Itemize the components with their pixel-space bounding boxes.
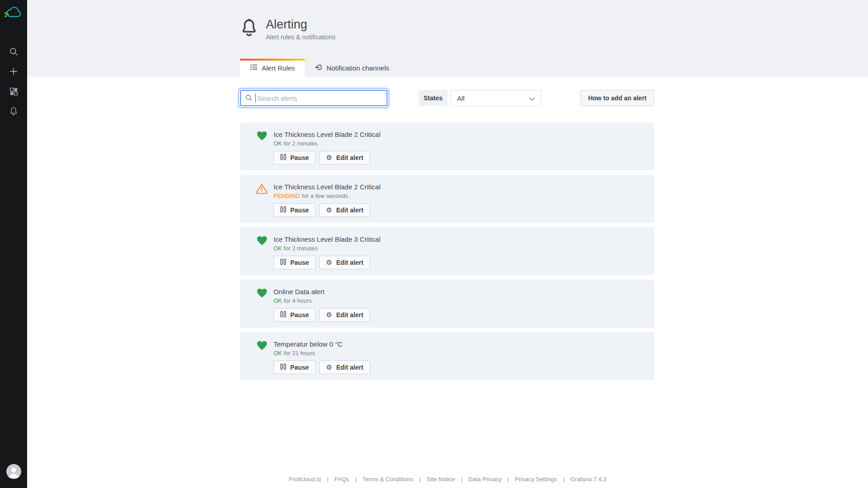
edit-alert-button[interactable]: ⚙ Edit alert (319, 256, 370, 269)
alert-state-duration: for 2 minutes (283, 245, 317, 252)
create-menu-button[interactable] (0, 61, 27, 81)
page-title: Alerting (266, 17, 335, 32)
alert-rule-name[interactable]: Temperatur below 0 °C (274, 340, 343, 348)
pause-icon (280, 206, 286, 214)
edit-alert-button[interactable]: ⚙ Edit alert (319, 151, 370, 164)
alert-state-icon (256, 130, 268, 147)
alert-state-icon (256, 235, 268, 252)
alert-status: OK for 2 minutes (274, 140, 381, 147)
footer-separator: | (508, 476, 509, 483)
alert-state-label: OK (274, 140, 282, 147)
states-dropdown-value: All (457, 94, 465, 102)
sidebar (0, 0, 27, 488)
chevron-down-icon (529, 94, 535, 102)
search-input[interactable] (240, 90, 387, 106)
user-avatar[interactable] (6, 464, 21, 479)
text-cursor (255, 94, 256, 103)
alert-state-label: OK (274, 350, 282, 357)
alert-rule-name[interactable]: Ice Thickness Level Blade 2 Critical (274, 183, 381, 191)
user-menu (0, 464, 27, 479)
alert-rule-name[interactable]: Ice Thickness Level Blade 3 Critical (274, 235, 381, 244)
alert-actions: Pause ⚙ Edit alert (274, 256, 654, 269)
states-filter: States All (419, 90, 541, 106)
pause-icon (280, 154, 286, 162)
alert-state-label: PENDING (274, 192, 300, 199)
content-area: States All How to add an alert (27, 77, 868, 488)
tab-label: Alert Rules (262, 64, 295, 72)
gear-icon: ⚙ (326, 312, 332, 319)
footer-link[interactable]: Privacy Settings (515, 476, 557, 483)
footer-separator: | (461, 476, 462, 483)
alert-state-duration: for 21 hours (283, 350, 315, 357)
sidebar-menu (0, 42, 27, 121)
dashboards-grid-icon (9, 87, 19, 96)
alert-actions: Pause ⚙ Edit alert (274, 151, 654, 164)
toolbar: States All How to add an alert (240, 90, 654, 106)
gear-icon: ⚙ (326, 259, 332, 266)
alert-state-label: OK (274, 245, 282, 252)
footer-separator: | (327, 476, 328, 483)
alert-state-duration: for 2 minutes (283, 140, 317, 147)
main-area: Alerting Alert rules & notifications (27, 0, 868, 488)
pause-button[interactable]: Pause (274, 151, 316, 164)
footer-link[interactable]: Terms & Conditions (363, 476, 414, 483)
dashboards-menu-button[interactable] (0, 81, 27, 101)
pause-button[interactable]: Pause (274, 308, 316, 322)
alert-rule-card: Ice Thickness Level Blade 3 Critical OK … (240, 227, 654, 275)
bell-icon (240, 17, 258, 40)
proficloud-logo[interactable] (0, 0, 27, 26)
footer-link[interactable]: Data Privacy (468, 476, 502, 483)
alert-state-label: OK (274, 297, 282, 304)
tab-label: Notification channels (326, 64, 389, 72)
alert-rule-card: Online Data alert OK for 4 hours Pause ⚙ (240, 280, 654, 328)
cloud-logo-icon (4, 6, 23, 21)
heart-ok-icon (256, 235, 268, 246)
alert-actions: Pause ⚙ Edit alert (274, 203, 654, 217)
footer-separator: | (563, 476, 564, 483)
pause-button[interactable]: Pause (274, 256, 316, 269)
grafana-version: Grafana 7.4.3 (571, 476, 607, 483)
alert-rule-card: Ice Thickness Level Blade 2 Critical PEN… (240, 175, 654, 223)
heart-ok-icon (256, 131, 268, 141)
how-to-add-alert-button[interactable]: How to add an alert (580, 90, 654, 106)
states-dropdown[interactable]: All (451, 90, 541, 106)
pause-button[interactable]: Pause (274, 361, 316, 374)
alert-actions: Pause ⚙ Edit alert (274, 308, 654, 322)
alert-rule-name[interactable]: Ice Thickness Level Blade 2 Critical (274, 130, 381, 139)
search-icon (9, 47, 19, 56)
alerting-menu-button[interactable] (0, 101, 27, 121)
alert-rule-card: Ice Thickness Level Blade 2 Critical OK … (240, 122, 654, 170)
active-tab-accent (240, 59, 305, 61)
alert-rule-card: Temperatur below 0 °C OK for 21 hours Pa… (240, 332, 654, 380)
pause-icon (280, 311, 286, 319)
alert-rule-name[interactable]: Online Data alert (274, 287, 325, 296)
heart-ok-icon (256, 340, 268, 351)
page-header: Alerting Alert rules & notifications (27, 0, 868, 77)
pause-icon (280, 363, 286, 371)
footer-link[interactable]: Proficloud.io (289, 476, 321, 483)
footer-link[interactable]: Site Notice (427, 476, 455, 483)
edit-alert-button[interactable]: ⚙ Edit alert (319, 361, 370, 374)
alert-state-icon (256, 287, 268, 304)
states-filter-label: States (419, 90, 448, 106)
alert-rule-list: Ice Thickness Level Blade 2 Critical OK … (240, 122, 654, 380)
alert-state-duration: for 4 hours (283, 297, 311, 304)
alert-status: OK for 21 hours (274, 350, 343, 357)
pause-button[interactable]: Pause (274, 203, 316, 217)
footer-separator: | (355, 476, 356, 483)
edit-alert-button[interactable]: ⚙ Edit alert (319, 308, 370, 322)
list-icon (250, 64, 258, 72)
alert-state-icon (256, 183, 268, 199)
plus-icon (9, 67, 18, 76)
tab-notification-channels[interactable]: Notification channels (305, 59, 399, 77)
app-root: Alerting Alert rules & notifications (0, 0, 868, 488)
search-menu-button[interactable] (0, 42, 27, 61)
tab-alert-rules[interactable]: Alert Rules (240, 59, 305, 77)
edit-alert-button[interactable]: ⚙ Edit alert (319, 203, 370, 217)
alert-status: PENDING for a few seconds (274, 192, 381, 199)
pause-icon (280, 258, 286, 267)
alert-state-icon (256, 340, 268, 357)
footer-link[interactable]: FAQs (335, 476, 349, 483)
gear-icon: ⚙ (326, 207, 332, 214)
heart-ok-icon (256, 288, 268, 298)
